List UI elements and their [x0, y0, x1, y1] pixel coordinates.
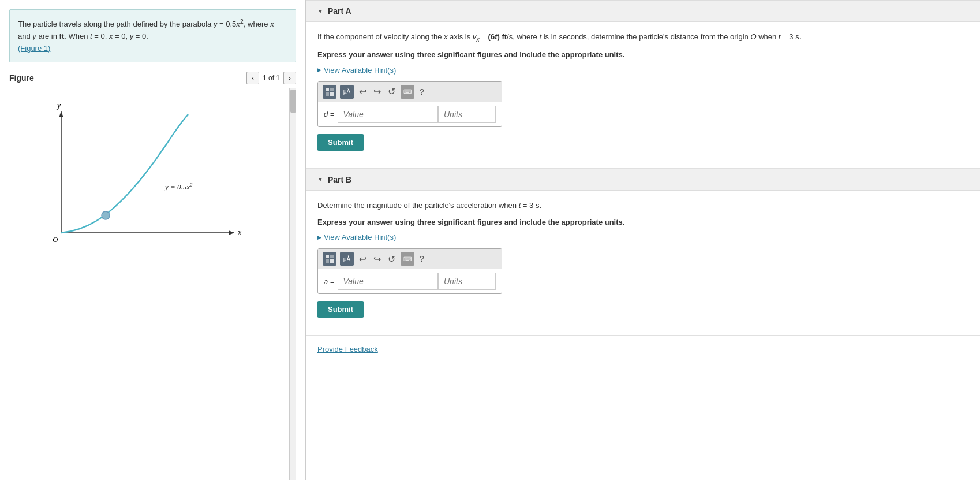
part-b-help-button[interactable]: ? [418, 253, 426, 265]
part-b-units-input[interactable] [438, 273, 496, 290]
svg-rect-10 [326, 259, 329, 263]
svg-rect-11 [330, 259, 334, 263]
figure-canvas: x y O y = 0.5x2 [9, 88, 296, 480]
part-a-grid-button[interactable] [323, 85, 336, 99]
part-b-answer-label: a = [324, 277, 334, 286]
part-a-instruction: Express your answer using three signific… [317, 49, 968, 61]
grid-icon-b [325, 254, 334, 263]
svg-marker-2 [229, 230, 234, 235]
part-a-answer-label: d = [324, 110, 334, 118]
feedback-link[interactable]: Provide Feedback [306, 336, 980, 363]
part-b-submit-button[interactable]: Submit [317, 301, 364, 318]
part-b-undo-button[interactable]: ↩ [357, 252, 368, 266]
part-a-redo-button[interactable]: ↪ [372, 85, 383, 98]
problem-description: The particle travels along the path defi… [18, 20, 274, 40]
part-a-label: Part A [328, 6, 351, 16]
part-b-hints-link[interactable]: View Available Hint(s) [317, 233, 968, 241]
part-b-section: ▼ Part B Determine the magnitude of the … [306, 169, 980, 336]
particle-point [102, 211, 110, 219]
part-a-help-button[interactable]: ? [418, 86, 426, 98]
part-b-units-button[interactable]: μÅ [340, 252, 354, 266]
svg-rect-6 [326, 92, 329, 96]
figure-title: Figure [9, 73, 34, 83]
part-a-header: ▼ Part A [306, 0, 980, 22]
part-b-content: Determine the magnitude of the particle'… [306, 191, 980, 324]
svg-rect-8 [326, 255, 329, 258]
part-b-grid-button[interactable] [323, 252, 336, 266]
parabola-curve [61, 114, 188, 233]
part-a-units-input[interactable] [438, 106, 496, 123]
part-b-label: Part B [328, 175, 351, 184]
figure-section: Figure ‹ 1 of 1 › x y O [0, 72, 305, 480]
part-a-value-input[interactable] [338, 106, 438, 123]
svg-rect-4 [326, 88, 329, 91]
part-a-keyboard-button[interactable]: ⌨ [401, 85, 414, 99]
part-b-description: Determine the magnitude of the particle'… [317, 200, 968, 212]
part-a-hints-link[interactable]: View Available Hint(s) [317, 66, 968, 75]
part-b-reset-button[interactable]: ↺ [386, 252, 397, 266]
left-panel: The particle travels along the path defi… [0, 0, 306, 480]
figure-scrollbar[interactable] [289, 88, 296, 480]
part-b-collapse-arrow[interactable]: ▼ [317, 176, 323, 183]
grid-icon [325, 87, 334, 96]
part-a-submit-button[interactable]: Submit [317, 134, 364, 151]
part-b-input-row: a = [318, 269, 502, 293]
part-b-redo-button[interactable]: ↪ [372, 252, 383, 266]
part-b-header: ▼ Part B [306, 169, 980, 191]
figure-nav-text: 1 of 1 [263, 74, 280, 82]
x-axis-label: x [237, 228, 242, 237]
part-b-instruction: Express your answer using three signific… [317, 217, 968, 229]
figure-header: Figure ‹ 1 of 1 › [9, 72, 296, 88]
origin-label: O [53, 235, 58, 244]
figure-graph: x y O y = 0.5x2 [15, 94, 292, 250]
part-a-collapse-arrow[interactable]: ▼ [317, 8, 323, 14]
part-a-description: If the component of velocity along the x… [317, 31, 968, 44]
part-a-content: If the component of velocity along the x… [306, 22, 980, 157]
figure-link[interactable]: (Figure 1) [18, 44, 50, 53]
y-axis-label: y [56, 101, 61, 110]
part-a-answer-box: μÅ ↩ ↪ ↺ ⌨ ? d = [317, 81, 502, 127]
part-b-value-input[interactable] [338, 273, 438, 290]
part-b-keyboard-button[interactable]: ⌨ [401, 252, 414, 266]
right-panel: ▼ Part A If the component of velocity al… [306, 0, 980, 480]
part-a-reset-button[interactable]: ↺ [386, 85, 397, 98]
scroll-thumb [290, 90, 296, 113]
figure-prev-button[interactable]: ‹ [246, 72, 259, 84]
svg-rect-9 [330, 255, 334, 258]
part-b-toolbar: μÅ ↩ ↪ ↺ ⌨ ? [318, 249, 502, 269]
figure-nav: ‹ 1 of 1 › [246, 72, 296, 84]
part-a-undo-button[interactable]: ↩ [357, 85, 368, 98]
part-b-answer-box: μÅ ↩ ↪ ↺ ⌨ ? a = [317, 248, 502, 294]
problem-text-box: The particle travels along the path defi… [9, 9, 296, 62]
part-a-units-button[interactable]: μÅ [340, 85, 354, 99]
svg-rect-5 [330, 88, 334, 91]
part-a-toolbar: μÅ ↩ ↪ ↺ ⌨ ? [318, 82, 502, 102]
svg-rect-7 [330, 92, 334, 96]
part-a-input-row: d = [318, 102, 502, 126]
svg-marker-3 [59, 111, 63, 117]
graph-container: x y O y = 0.5x2 [9, 88, 296, 252]
figure-next-button[interactable]: › [283, 72, 296, 84]
curve-label: y = 0.5x2 [164, 182, 193, 191]
part-a-section: ▼ Part A If the component of velocity al… [306, 0, 980, 169]
